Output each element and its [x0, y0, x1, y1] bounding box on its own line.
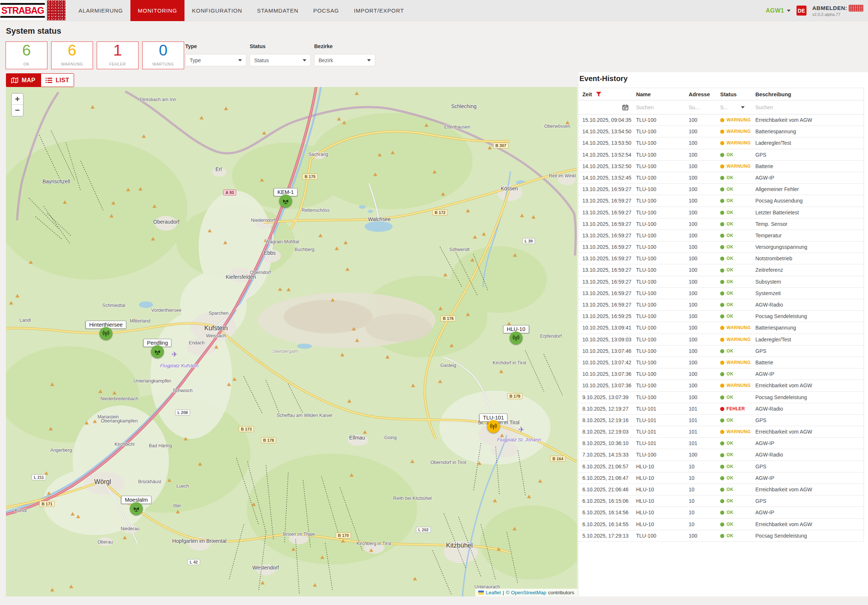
table-row[interactable]: 14.10.2025, 13:52:50 TLU-100 100 WARNUNG… — [579, 161, 863, 172]
nav-item[interactable]: STAMMDATEN — [250, 0, 306, 21]
status-filter-chevron-icon[interactable] — [741, 106, 745, 108]
calendar-icon[interactable] — [622, 104, 628, 110]
filter-funnel-icon[interactable] — [596, 92, 601, 97]
nav-item[interactable]: ALARMIERUNG — [71, 0, 130, 21]
logout-button[interactable]: ABMELDEN: — [812, 5, 848, 11]
cell-zeit: 13.10.2025, 16:59:27 — [582, 195, 635, 207]
status-count: 6 — [68, 42, 76, 59]
cell-zeit: 6.10.2025, 16:14:55 — [582, 519, 635, 530]
cell-zeit: 10.10.2025, 13:07:42 — [582, 357, 635, 368]
siren-icon[interactable] — [151, 345, 164, 358]
table-row[interactable]: 14.10.2025, 13:52:54 TLU-100 100 OK GPS — [579, 149, 863, 161]
language-badge[interactable]: DE — [797, 6, 806, 15]
table-row[interactable]: 6.10.2025, 16:14:56 HLU-10 10 OK AGW-IP — [579, 507, 863, 518]
status-filter-input[interactable] — [720, 104, 739, 110]
agw-selector[interactable]: AGW1 — [766, 8, 790, 14]
status-dot-icon — [720, 257, 724, 261]
table-row[interactable]: 10.10.2025, 13:07:42 TLU-100 100 WARNUNG… — [579, 357, 863, 368]
filter-select[interactable]: Type — [185, 54, 246, 66]
adresse-filter-input[interactable] — [689, 104, 715, 110]
zoom-in-button[interactable]: + — [12, 94, 23, 105]
table-row[interactable]: 13.10.2025, 16:59:27 TLU-100 100 OK Temp… — [579, 218, 863, 230]
chevron-down-icon — [303, 59, 306, 62]
antenna-icon[interactable] — [510, 332, 523, 345]
status-dot-icon — [720, 487, 724, 492]
table-row[interactable]: 9.10.2025, 13:07:39 TLU-100 100 OK Pocsa… — [579, 392, 863, 403]
status-badge: OK — [720, 207, 755, 218]
table-row[interactable]: 10.10.2025, 13:09:03 TLU-100 100 WARNUNG… — [579, 334, 863, 345]
table-row[interactable]: 6.10.2025, 16:15:06 HLU-10 10 OK GPS — [579, 495, 863, 507]
table-row[interactable]: 13.10.2025, 16:59:27 TLU-100 100 OK Nots… — [579, 253, 863, 265]
table-row[interactable]: 10.10.2025, 13:07:46 TLU-100 100 OK GPS — [579, 345, 863, 357]
table-row[interactable]: 6.10.2025, 21:06:46 HLU-10 10 OK Erreich… — [579, 484, 863, 495]
table-row[interactable]: 13.10.2025, 16:59:27 TLU-100 100 OK Letz… — [579, 207, 863, 218]
status-card[interactable]: 6 WARNUNG — [51, 42, 93, 69]
nav-item[interactable]: IMPORT/EXPORT — [346, 0, 411, 21]
siren-icon[interactable] — [279, 195, 292, 208]
table-row[interactable]: 8.10.2025, 10:36:10 TLU-101 101 OK AGW-I… — [579, 438, 863, 449]
status-dot-icon — [720, 164, 724, 169]
table-row[interactable]: 5.10.2025, 17:29:13 TLU-100 100 OK Pocsa… — [579, 530, 863, 542]
table-row[interactable]: 13.10.2025, 16:59:27 TLU-100 100 OK Allg… — [579, 184, 863, 195]
filter-select[interactable]: Status — [250, 54, 311, 66]
antenna-icon[interactable] — [100, 327, 113, 340]
table-row[interactable]: 10.10.2025, 13:09:41 TLU-100 100 WARNUNG… — [579, 322, 863, 334]
map-view-button[interactable]: MAP — [6, 73, 41, 87]
cell-beschreibung: Versorgungsspannung — [755, 241, 862, 253]
column-header-adresse[interactable]: Adresse — [689, 88, 710, 101]
cell-zeit: 5.10.2025, 17:29:13 — [582, 530, 635, 542]
cell-name: TLU-100 — [636, 138, 687, 149]
table-row[interactable]: 13.10.2025, 16:59:27 TLU-100 100 OK Pocs… — [579, 195, 863, 207]
antenna-icon[interactable] — [487, 420, 500, 433]
table-row[interactable]: 13.10.2025, 16:59:27 TLU-100 100 OK Subs… — [579, 276, 863, 288]
nav-item[interactable]: MONITORING — [130, 0, 184, 21]
name-filter-input[interactable] — [636, 104, 684, 110]
status-card[interactable]: 1 FEHLER — [97, 42, 138, 69]
table-row[interactable]: 14.10.2025, 13:53:50 TLU-100 100 WARNUNG… — [579, 138, 863, 149]
table-row[interactable]: 14.10.2025, 13:52:45 TLU-100 100 OK AGW-… — [579, 172, 863, 184]
table-row[interactable]: 13.10.2025, 16:59:27 TLU-100 100 OK Vers… — [579, 241, 863, 253]
column-header-name[interactable]: Name — [636, 88, 651, 101]
strabag-logo[interactable]: STRABAG — [0, 0, 45, 20]
cell-name: TLU-100 — [636, 392, 687, 403]
leaflet-map[interactable]: Flintsbach am InnSchlechingEttenhausenOb… — [6, 87, 577, 596]
filter-label: Type — [185, 43, 246, 49]
table-row[interactable]: 15.10.2025, 09:04:35 TLU-100 100 WARNUNG… — [579, 115, 863, 126]
cell-beschreibung: Pocsag Aussendung — [755, 195, 862, 207]
table-row[interactable]: 6.10.2025, 16:14:55 HLU-10 10 OK Erreich… — [579, 519, 863, 530]
table-row[interactable]: 13.10.2025, 16:59:27 TLU-100 100 OK Temp… — [579, 230, 863, 241]
cell-zeit: 13.10.2025, 16:59:27 — [582, 299, 635, 311]
siren-icon[interactable] — [130, 503, 143, 515]
column-header-zeit[interactable]: Zeit — [582, 88, 592, 101]
view-toggle: MAP LIST — [6, 73, 74, 87]
zoom-out-button[interactable]: − — [12, 105, 23, 116]
table-row[interactable]: 8.10.2025, 12:19:27 TLU-101 101 FEHLER A… — [579, 403, 863, 415]
cell-adresse: 101 — [689, 403, 719, 415]
table-row[interactable]: 6.10.2025, 21:06:57 HLU-10 10 OK GPS — [579, 461, 863, 472]
column-header-status[interactable]: Status — [720, 88, 736, 101]
table-row[interactable]: 14.10.2025, 13:54:50 TLU-100 100 WARNUNG… — [579, 126, 863, 138]
nav-item[interactable]: KONFIGURATION — [184, 0, 250, 21]
nav-item[interactable]: POCSAG — [306, 0, 347, 21]
table-row[interactable]: 13.10.2025, 16:59:25 TLU-100 100 OK Pocs… — [579, 311, 863, 322]
list-view-button[interactable]: LIST — [41, 73, 74, 87]
filter-select[interactable]: Bezirk — [314, 54, 375, 66]
cell-name: HLU-10 — [636, 507, 687, 518]
table-row[interactable]: 13.10.2025, 16:59:27 TLU-100 100 OK Syst… — [579, 288, 863, 299]
cell-name: TLU-100 — [636, 172, 687, 184]
table-row[interactable]: 7.10.2025, 14:15:33 TLU-100 100 OK AGW-R… — [579, 449, 863, 461]
table-row[interactable]: 10.10.2025, 13:07:36 TLU-100 100 WARNUNG… — [579, 380, 863, 391]
beschreibung-filter-input[interactable] — [755, 104, 822, 110]
table-row[interactable]: 10.10.2025, 13:07:36 TLU-100 100 OK AGW-… — [579, 368, 863, 380]
status-card[interactable]: 0 WARTUNG — [142, 42, 184, 69]
column-header-beschreibung[interactable]: Beschreibung — [755, 88, 791, 101]
table-row[interactable]: 13.10.2025, 16:59:27 TLU-100 100 OK AGW-… — [579, 299, 863, 311]
table-row[interactable]: 8.10.2025, 12:19:16 TLU-101 101 OK GPS — [579, 415, 863, 426]
status-card[interactable]: 6 OK — [6, 42, 47, 69]
table-row[interactable]: 6.10.2025, 21:06:47 HLU-10 10 OK AGW-IP — [579, 472, 863, 484]
table-row[interactable]: 13.10.2025, 16:59:27 TLU-100 100 OK Zeit… — [579, 265, 863, 276]
table-row[interactable]: 8.10.2025, 12:19:03 TLU-101 101 WARNUNG … — [579, 426, 863, 438]
cell-zeit: 13.10.2025, 16:59:27 — [582, 265, 635, 276]
osm-link[interactable]: © OpenStreetMap — [506, 590, 546, 596]
leaflet-link[interactable]: Leaflet — [486, 590, 501, 596]
